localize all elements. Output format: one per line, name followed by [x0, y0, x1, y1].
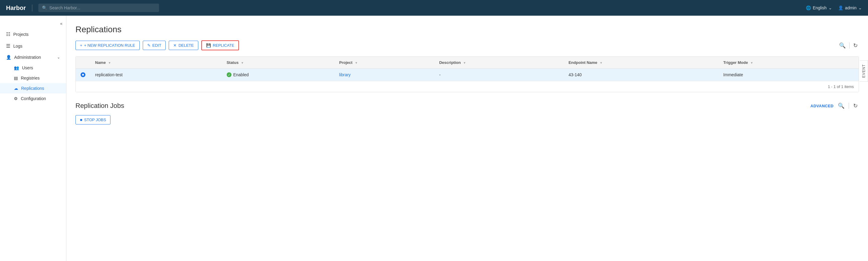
replications-table-container: Name ▼ Status ▼ Project ▼ Description: [75, 57, 859, 92]
divider: [849, 103, 849, 109]
delete-icon: ✕: [173, 43, 177, 48]
th-trigger[interactable]: Trigger Mode ▼: [719, 57, 859, 69]
globe-icon: 🌐: [806, 5, 811, 10]
stop-icon: ■: [80, 117, 83, 122]
chevron-down-icon: ⌄: [57, 55, 60, 60]
jobs-search-button[interactable]: 🔍: [837, 101, 846, 110]
sidebar-subitem-label: Users: [22, 65, 33, 70]
brand-logo: Harbor: [6, 4, 32, 11]
th-project[interactable]: Project ▼: [334, 57, 434, 69]
replication-jobs-buttons: ■ STOP JOBS: [75, 115, 859, 124]
sidebar-item-administration[interactable]: 👤 Administration ⌄: [0, 52, 66, 63]
configuration-icon: ⚙: [14, 96, 18, 101]
delete-button[interactable]: ✕ DELETE: [169, 41, 198, 50]
table-row[interactable]: replication-test ✓ Enabled library: [76, 69, 859, 81]
sort-desc-icon: ▼: [463, 61, 466, 65]
sidebar-item-logs[interactable]: ☰ Logs: [0, 40, 66, 52]
replicate-button[interactable]: 💾 REPLICATE: [201, 40, 239, 50]
replications-table: Name ▼ Status ▼ Project ▼ Description: [76, 57, 859, 81]
sidebar-item-replications[interactable]: ☁ Replications: [0, 83, 66, 94]
user-menu[interactable]: 👤 admin ⌄: [838, 5, 862, 10]
sidebar-item-label: Logs: [13, 44, 22, 48]
username-label: admin: [845, 5, 857, 10]
sidebar-subitem-label: Configuration: [21, 96, 46, 101]
replication-jobs-section-header: Replication Jobs ADVANCED 🔍 ↻: [75, 101, 859, 110]
th-status[interactable]: Status ▼: [222, 57, 334, 69]
new-replication-rule-button[interactable]: + + NEW REPLICATION RULE: [75, 41, 140, 50]
logs-icon: ☰: [6, 43, 10, 49]
search-bar[interactable]: 🔍: [38, 4, 159, 12]
chevron-down-icon: ⌄: [858, 5, 862, 10]
sidebar-item-label: Administration: [14, 55, 41, 60]
delete-label: DELETE: [178, 43, 194, 48]
radio-selected-indicator: [81, 72, 85, 77]
replication-jobs-title: Replication Jobs: [75, 102, 124, 110]
th-select: [76, 57, 90, 69]
th-endpoint[interactable]: Endpoint Name ▼: [564, 57, 719, 69]
search-icon: 🔍: [42, 5, 47, 10]
stop-jobs-button[interactable]: ■ STOP JOBS: [75, 115, 111, 124]
edit-icon: ✎: [147, 43, 151, 48]
td-select: [76, 69, 90, 81]
replicate-icon: 💾: [206, 43, 211, 48]
sidebar: « ☷ Projects ☰ Logs 👤 Administration ⌄ 👥…: [0, 16, 66, 261]
page-title: Replications: [75, 25, 859, 34]
event-tab[interactable]: EVENT: [860, 60, 868, 82]
sidebar-item-projects[interactable]: ☷ Projects: [0, 28, 66, 40]
td-endpoint: 43-140: [564, 69, 719, 81]
user-icon: 👤: [838, 5, 843, 10]
action-buttons: + + NEW REPLICATION RULE ✎ EDIT ✕ DELETE…: [75, 40, 859, 50]
navbar-right: 🌐 English ⌄ 👤 admin ⌄: [806, 5, 862, 10]
new-rule-label: + NEW REPLICATION RULE: [84, 43, 135, 48]
replications-icon: ☁: [14, 86, 18, 91]
users-icon: 👥: [14, 65, 19, 70]
sort-status-icon: ▼: [241, 61, 244, 65]
event-tab-label: EVENT: [862, 64, 866, 78]
sort-trigger-icon: ▼: [750, 61, 753, 65]
stop-jobs-label: STOP JOBS: [84, 117, 106, 122]
search-input[interactable]: [50, 5, 155, 10]
pagination-label: 1 - 1 of 1 items: [828, 84, 854, 89]
th-name[interactable]: Name ▼: [90, 57, 222, 69]
advanced-button[interactable]: ADVANCED: [810, 104, 834, 108]
td-description: -: [434, 69, 564, 81]
chevron-down-icon: ⌄: [829, 5, 832, 10]
sidebar-subitem-label: Registries: [21, 76, 39, 80]
sidebar-item-users[interactable]: 👥 Users: [0, 63, 66, 73]
row-radio: [81, 72, 85, 77]
layout: « ☷ Projects ☰ Logs 👤 Administration ⌄ 👥…: [0, 16, 868, 261]
sort-endpoint-icon: ▼: [600, 61, 603, 65]
sidebar-item-configuration[interactable]: ⚙ Configuration: [0, 94, 66, 104]
plus-icon: +: [80, 43, 83, 48]
sidebar-item-label: Projects: [13, 32, 29, 37]
sidebar-toggle[interactable]: «: [0, 19, 66, 28]
collapse-icon: «: [60, 21, 62, 26]
edit-button[interactable]: ✎ EDIT: [143, 41, 166, 50]
sidebar-subitem-label: Replications: [21, 86, 44, 91]
project-link[interactable]: library: [339, 72, 351, 77]
table-header-row: Name ▼ Status ▼ Project ▼ Description: [76, 57, 859, 69]
jobs-refresh-button[interactable]: ↻: [852, 101, 859, 110]
language-label: English: [813, 5, 827, 10]
table-pagination: 1 - 1 of 1 items: [76, 81, 859, 92]
replicate-label: REPLICATE: [213, 43, 234, 48]
th-description[interactable]: Description ▼: [434, 57, 564, 69]
td-trigger: Immediate: [719, 69, 859, 81]
navbar: Harbor 🔍 🌐 English ⌄ 👤 admin ⌄: [0, 0, 868, 16]
sidebar-item-registries[interactable]: ▤ Registries: [0, 73, 66, 83]
refresh-button[interactable]: ↻: [852, 41, 859, 50]
projects-icon: ☷: [6, 31, 10, 37]
divider: [849, 42, 849, 48]
replication-jobs-actions: ADVANCED 🔍 ↻: [810, 101, 859, 110]
status-dot-icon: ✓: [227, 72, 231, 77]
sort-name-icon: ▼: [108, 61, 111, 65]
admin-icon: 👤: [6, 55, 11, 60]
td-name: replication-test: [90, 69, 222, 81]
search-button[interactable]: 🔍: [838, 41, 847, 50]
language-selector[interactable]: 🌐 English ⌄: [806, 5, 832, 10]
edit-label: EDIT: [152, 43, 161, 48]
admin-submenu: 👥 Users ▤ Registries ☁ Replications ⚙ Co…: [0, 63, 66, 104]
main-content: Replications + + NEW REPLICATION RULE ✎ …: [66, 16, 868, 261]
status-badge: ✓ Enabled: [227, 72, 330, 77]
sort-project-icon: ▼: [354, 61, 358, 65]
